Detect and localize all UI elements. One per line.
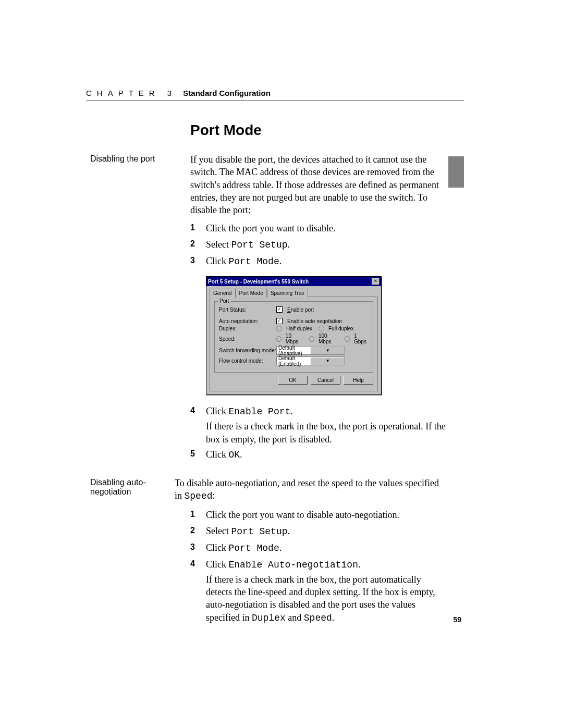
intro-paragraph: If you disable the port, the devices att… xyxy=(190,153,446,216)
page-content: CHAPTER 3 Standard Configuration Port Mo… xyxy=(86,89,487,630)
step-3: 3 Click Port Mode. xyxy=(190,254,446,269)
step-1: 1 Click the port you want to disable. xyxy=(190,221,446,236)
b2-step-4: 4 Click Enable Auto-negotiation. If ther… xyxy=(190,558,446,624)
steps-list-1b: 4 Click Enable Port. If there is a check… xyxy=(190,404,446,462)
dialog-titlebar: Port 5 Setup - Development's 550 Switch … xyxy=(206,277,381,286)
dialog-tabs: General Port Mode Spanning Tree xyxy=(210,288,378,297)
b2-step-1: 1 Click the port you want to disable aut… xyxy=(190,508,446,522)
step-4: 4 Click Enable Port. If there is a check… xyxy=(190,404,446,446)
label-port-status: Port Status: xyxy=(219,307,276,313)
radio-1gbps[interactable] xyxy=(345,336,350,342)
label-speed: Speed: xyxy=(219,336,276,342)
combo-forwarding-mode[interactable]: Default (Adaptive) ▼ xyxy=(276,346,345,355)
page-number: 59 xyxy=(453,615,461,624)
b2-step-3: 3 Click Port Mode. xyxy=(190,541,446,556)
steps-list-1: 1 Click the port you want to disable. 2 … xyxy=(190,221,446,269)
running-header: CHAPTER 3 Standard Configuration xyxy=(86,89,464,101)
group-label-port: Port xyxy=(218,298,230,304)
dialog-title: Port 5 Setup - Development's 550 Switch xyxy=(208,279,309,285)
chevron-down-icon: ▼ xyxy=(311,347,345,354)
close-icon[interactable]: × xyxy=(372,278,380,285)
checkbox-enable-port[interactable]: ✓ xyxy=(276,306,283,313)
label-duplex: Duplex: xyxy=(219,326,276,331)
label-flow-control: Flow control mode: xyxy=(219,358,276,364)
tab-general[interactable]: General xyxy=(210,289,236,298)
chapter-title: Standard Configuration xyxy=(183,89,271,97)
dialog-screenshot: Port 5 Setup - Development's 550 Switch … xyxy=(206,276,446,395)
sidenote-disable-port: Disabling the port xyxy=(90,154,184,164)
step-2: 2 Select Port Setup. xyxy=(190,238,446,252)
radio-full-duplex[interactable] xyxy=(319,326,324,331)
radio-10mbps[interactable] xyxy=(276,336,282,342)
cancel-button[interactable]: Cancel xyxy=(311,376,340,385)
tab-spanning-tree[interactable]: Spanning Tree xyxy=(267,289,308,298)
side-tab xyxy=(448,156,464,188)
step-4-body: If there is a check mark in the box, the… xyxy=(206,420,446,446)
ok-button[interactable]: OK xyxy=(278,376,308,385)
step-5: 5 Click OK. xyxy=(190,448,446,462)
label-forwarding-mode: Switch forwarding mode: xyxy=(219,348,276,353)
intro-autoneg: To disable auto-negotiation, and reset t… xyxy=(175,477,446,503)
help-button[interactable]: Help xyxy=(344,376,373,385)
b2-step-4-body: If there is a check mark in the box, the… xyxy=(206,573,446,624)
chevron-down-icon: ▼ xyxy=(311,357,345,365)
tab-port-mode[interactable]: Port Mode xyxy=(236,289,267,298)
sidenote-disable-autoneg: Disabling auto-negotiation xyxy=(90,478,184,497)
section-heading: Port Mode xyxy=(190,122,446,139)
combo-flow-control[interactable]: Default (Enabled) ▼ xyxy=(276,356,345,365)
radio-100mbps[interactable] xyxy=(309,336,314,342)
b2-step-2: 2 Select Port Setup. xyxy=(190,524,446,539)
steps-list-2: 1 Click the port you want to disable aut… xyxy=(190,508,446,624)
label-auto-negotiation: Auto negotiation: xyxy=(219,318,276,324)
checkbox-auto-negotiation[interactable]: ✓ xyxy=(276,318,283,324)
chapter-label: CHAPTER 3 xyxy=(86,89,177,97)
radio-half-duplex[interactable] xyxy=(276,326,282,331)
